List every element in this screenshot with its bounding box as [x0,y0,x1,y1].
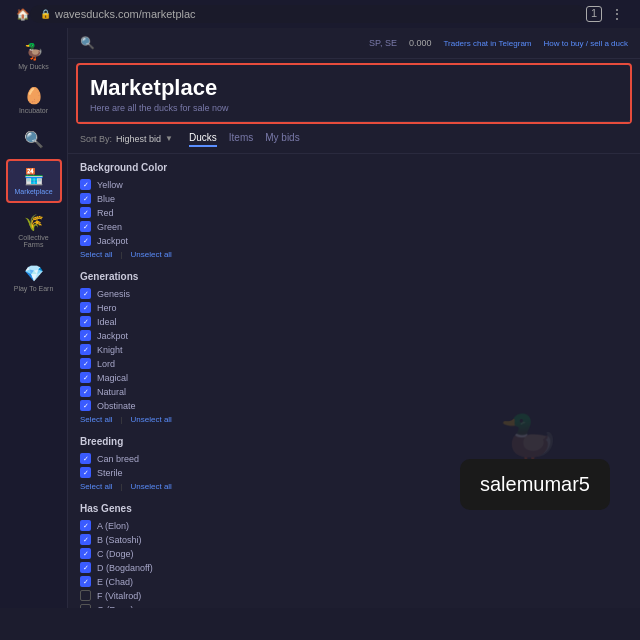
generations-title: Generations [80,271,628,282]
main-content: 🔍 SP, SE 0.000 Traders chat in Telegram … [68,28,640,608]
label-hero: Hero [97,303,117,313]
checkbox-gene-g[interactable] [80,604,91,608]
marketplace-subtitle: Here are all the ducks for sale now [90,103,618,113]
telegram-link[interactable]: Traders chat in Telegram [443,39,531,48]
sidebar-item-marketplace[interactable]: 🏪 Marketplace [6,159,62,203]
label-red: Red [97,208,114,218]
tab-count[interactable]: 1 [586,6,602,22]
top-bar-right: SP, SE 0.000 Traders chat in Telegram Ho… [369,38,628,48]
breeding-select-all[interactable]: Select all [80,482,112,491]
checkbox-ideal[interactable]: ✓ [80,316,91,327]
checkbox-jackpot-bg[interactable]: ✓ [80,235,91,246]
bg-color-divider: | [120,250,122,259]
sort-value: Highest bid [116,134,161,144]
label-genesis: Genesis [97,289,130,299]
background-color-title: Background Color [80,162,628,173]
filter-item-gene-c: ✓ C (Doge) [80,548,628,559]
label-knight: Knight [97,345,123,355]
checkbox-magical[interactable]: ✓ [80,372,91,383]
filter-item-lord: ✓ Lord [80,358,628,369]
tooltip-text: salemumar5 [480,473,590,495]
lock-icon: 🔒 [40,9,51,19]
duck-hunt-icon: 🔍 [24,130,44,149]
filter-item-genesis: ✓ Genesis [80,288,628,299]
filter-item-magical: ✓ Magical [80,372,628,383]
label-can-breed: Can breed [97,454,139,464]
how-to-buy-link[interactable]: How to buy / sell a duck [544,39,628,48]
sidebar-item-collective-farms[interactable]: 🌾 Collective Farms [6,207,62,254]
bg-color-unselect-all[interactable]: Unselect all [131,250,172,259]
checkbox-hero[interactable]: ✓ [80,302,91,313]
home-icon[interactable]: 🏠 [16,8,30,21]
my-ducks-icon: 🦆 [24,42,44,61]
filter-item-yellow: ✓ Yellow [80,179,628,190]
sidebar-item-play-to-earn[interactable]: 💎 Play To Earn [6,258,62,298]
sidebar-item-duck-hunt[interactable]: 🔍 [6,124,62,155]
label-blue: Blue [97,194,115,204]
browser-actions: 1 ⋮ [586,6,624,22]
sort-chevron-icon: ▼ [165,134,173,143]
checkbox-gene-c[interactable]: ✓ [80,548,91,559]
sort-label: Sort By: [80,134,112,144]
sidebar-item-my-ducks[interactable]: 🦆 My Ducks [6,36,62,76]
label-lord: Lord [97,359,115,369]
more-icon[interactable]: ⋮ [610,6,624,22]
filter-item-gene-e: ✓ E (Chad) [80,576,628,587]
label-gene-c: C (Doge) [97,549,134,559]
bg-color-select-all[interactable]: Select all [80,250,112,259]
checkbox-lord[interactable]: ✓ [80,358,91,369]
nav-bar: Sort By: Highest bid ▼ Ducks Items My bi… [68,124,640,154]
gen-unselect-all[interactable]: Unselect all [131,415,172,424]
gen-select-all[interactable]: Select all [80,415,112,424]
checkbox-jackpot-gen[interactable]: ✓ [80,330,91,341]
filter-item-jackpot-bg: ✓ Jackpot [80,235,628,246]
checkbox-green[interactable]: ✓ [80,221,91,232]
sidebar-item-incubator-label: Incubator [19,107,48,114]
checkbox-red[interactable]: ✓ [80,207,91,218]
label-magical: Magical [97,373,128,383]
filter-item-hero: ✓ Hero [80,302,628,313]
checkbox-yellow[interactable]: ✓ [80,179,91,190]
checkbox-sterile[interactable]: ✓ [80,467,91,478]
sidebar-item-marketplace-label: Marketplace [14,188,52,195]
filter-item-red: ✓ Red [80,207,628,218]
checkbox-gene-a[interactable]: ✓ [80,520,91,531]
filter-item-knight: ✓ Knight [80,344,628,355]
checkbox-can-breed[interactable]: ✓ [80,453,91,464]
checkbox-gene-d[interactable]: ✓ [80,562,91,573]
label-yellow: Yellow [97,180,123,190]
gen-divider: | [120,415,122,424]
checkbox-genesis[interactable]: ✓ [80,288,91,299]
breeding-unselect-all[interactable]: Unselect all [131,482,172,491]
label-gene-g: G (Pepe) [97,605,134,609]
checkbox-natural[interactable]: ✓ [80,386,91,397]
filter-item-green: ✓ Green [80,221,628,232]
marketplace-header-box: Marketplace Here are all the ducks for s… [76,63,632,124]
sidebar-item-collective-farms-label: Collective Farms [10,234,58,248]
filter-item-gene-g: G (Pepe) [80,604,628,608]
checkbox-knight[interactable]: ✓ [80,344,91,355]
sort-selector[interactable]: Sort By: Highest bid ▼ [80,134,173,144]
label-ideal: Ideal [97,317,117,327]
search-icon[interactable]: 🔍 [80,36,95,50]
play-to-earn-icon: 💎 [24,264,44,283]
sidebar-item-incubator[interactable]: 🥚 Incubator [6,80,62,120]
generations-filter: Generations ✓ Genesis ✓ Hero ✓ Ideal ✓ [80,271,628,424]
nav-tabs: Ducks Items My bids [189,130,300,147]
checkbox-blue[interactable]: ✓ [80,193,91,204]
url-bar[interactable]: 🔒 wavesducks.com/marketplac [30,5,586,23]
tab-items[interactable]: Items [229,130,253,147]
filter-section: Background Color ✓ Yellow ✓ Blue ✓ Red [68,154,640,608]
tab-my-bids[interactable]: My bids [265,130,299,147]
checkbox-gene-e[interactable]: ✓ [80,576,91,587]
filter-item-gene-f: F (Vitalrod) [80,590,628,601]
checkbox-obstinate[interactable]: ✓ [80,400,91,411]
checkbox-gene-f[interactable] [80,590,91,601]
balance-value: 0.000 [409,38,432,48]
label-gene-f: F (Vitalrod) [97,591,141,601]
tab-ducks[interactable]: Ducks [189,130,217,147]
filter-item-gene-a: ✓ A (Elon) [80,520,628,531]
label-sterile: Sterile [97,468,123,478]
bg-color-select-links: Select all | Unselect all [80,250,628,259]
checkbox-gene-b[interactable]: ✓ [80,534,91,545]
